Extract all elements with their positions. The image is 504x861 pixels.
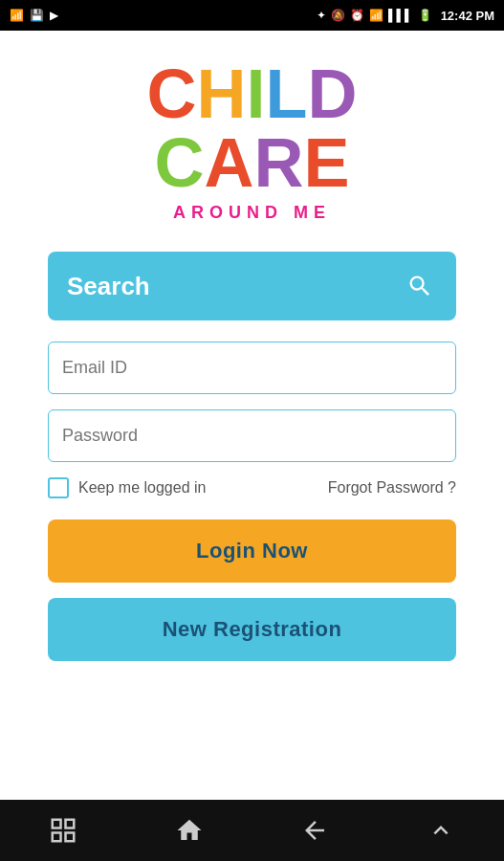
logo-letter-R: R — [253, 124, 303, 201]
remember-checkbox[interactable] — [48, 477, 69, 498]
status-right-icons: ✦ 🔕 ⏰ 📶 ▌▌▌ 🔋 12:42 PM — [317, 9, 494, 23]
email-input[interactable] — [48, 342, 456, 394]
logo-care-text: CARE — [48, 128, 456, 197]
svg-rect-1 — [65, 820, 74, 828]
logo-letter-L: L — [266, 55, 308, 132]
search-button[interactable]: Search — [48, 252, 456, 320]
logo-letter-C2: C — [154, 124, 204, 201]
svg-rect-3 — [65, 833, 74, 842]
password-input[interactable] — [48, 409, 456, 462]
logo-letter-C: C — [147, 55, 197, 132]
logo-letter-I: I — [247, 55, 266, 132]
nav-recents-button[interactable] — [49, 816, 77, 845]
play-icon: ▶ — [50, 9, 58, 22]
bottom-nav-bar — [0, 800, 504, 861]
logo-area: CHILD CARE AROUND ME — [48, 59, 456, 223]
logo-letter-A: A — [204, 124, 253, 201]
logo-letter-D: D — [308, 55, 358, 132]
nav-menu-button[interactable] — [427, 816, 455, 845]
remember-left: Keep me logged in — [48, 477, 206, 498]
wifi-icon: 📶 — [369, 9, 383, 22]
logo-subtitle: AROUND ME — [48, 203, 456, 223]
main-content: CHILD CARE AROUND ME Search Keep me logg… — [0, 31, 504, 680]
mute-icon: 🔕 — [331, 9, 345, 22]
nav-back-button[interactable] — [300, 816, 329, 845]
login-button[interactable]: Login Now — [48, 519, 456, 583]
battery-icon: 🔋 — [418, 9, 432, 22]
time-display: 12:42 PM — [441, 9, 494, 23]
register-button[interactable]: New Registration — [48, 598, 456, 661]
logo-letter-E: E — [303, 124, 349, 201]
phone-icon: 📶 — [10, 9, 24, 22]
sd-icon: 💾 — [30, 9, 44, 22]
remember-forgot-row: Keep me logged in Forgot Password ? — [48, 477, 456, 498]
search-magnifier-icon — [406, 273, 433, 299]
remember-label: Keep me logged in — [78, 479, 206, 497]
forgot-password-link[interactable]: Forgot Password ? — [328, 479, 456, 497]
logo-letter-H: H — [197, 55, 247, 132]
signal-icon: ▌▌▌ — [388, 9, 413, 22]
svg-rect-2 — [53, 833, 61, 842]
search-icon — [403, 269, 437, 303]
alarm-icon: ⏰ — [350, 9, 364, 22]
bluetooth-icon: ✦ — [317, 9, 326, 22]
logo-child-text: CHILD — [48, 59, 456, 128]
nav-home-button[interactable] — [175, 816, 204, 845]
svg-rect-0 — [53, 820, 61, 828]
logo-title: CHILD CARE — [48, 59, 456, 197]
status-left-icons: 📶 💾 ▶ — [10, 9, 58, 22]
status-bar: 📶 💾 ▶ ✦ 🔕 ⏰ 📶 ▌▌▌ 🔋 12:42 PM — [0, 0, 504, 31]
search-label: Search — [67, 272, 150, 301]
